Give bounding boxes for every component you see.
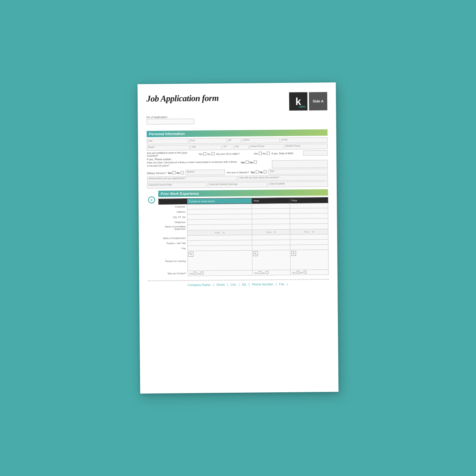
position-field[interactable]: What position are you applying for? (147, 176, 237, 182)
state-field[interactable]: ST (223, 144, 234, 150)
home-phone-field[interactable]: Home Phone (249, 144, 284, 150)
supervisor-current[interactable] (187, 224, 252, 230)
age-question-label: Are you 18 or older? (216, 152, 252, 155)
pay-prior1[interactable] (252, 245, 290, 250)
reason-prior1[interactable]: ✎ (252, 250, 290, 270)
no1-label: No (207, 152, 210, 155)
no-cb-p2[interactable] (303, 271, 306, 273)
reason-current[interactable]: ✎ (188, 250, 253, 271)
supervisor-prior1[interactable] (252, 224, 290, 230)
dob-field[interactable] (303, 150, 328, 156)
war-field[interactable]: War (268, 169, 328, 175)
supervisor-prior2[interactable] (290, 224, 328, 230)
position-prior1[interactable] (252, 240, 290, 245)
explain-label (272, 164, 274, 167)
form-title: Job Application form (146, 93, 219, 104)
city-st-zip-prior2[interactable] (290, 213, 328, 219)
yes-cb-c1[interactable] (194, 272, 196, 274)
no3-checkbox[interactable] (254, 161, 257, 164)
app-number-field[interactable]: No of Application (146, 115, 194, 126)
pay-prior2[interactable] (290, 245, 328, 250)
city-st-zip-prior1[interactable] (252, 213, 290, 219)
position-label: What position are you applying for? (148, 176, 237, 180)
last-name-field[interactable]: Last (147, 138, 188, 144)
yes3-label: Yes (241, 161, 245, 163)
edit-icon-prior1[interactable]: ✎ (253, 251, 258, 256)
ssn-field[interactable]: SSN# (242, 138, 280, 144)
felony-explain-field[interactable] (272, 160, 328, 168)
state-label: ST (223, 145, 233, 148)
logo-sidea: Side A (309, 92, 327, 110)
to-label-c: To (222, 231, 225, 234)
employer-prior2[interactable] (290, 203, 328, 209)
yes-cb-p1[interactable] (258, 271, 261, 274)
no5-checkbox[interactable] (263, 170, 267, 173)
mobile-phone-field[interactable]: Mobile Phone (285, 144, 328, 150)
personal-information-section: Personal Information Last First MI SSN# … (147, 129, 328, 188)
reason-row: Reason for Leaving ✎ ✎ ✎ (159, 250, 328, 271)
form-footer: Company Name | Street | City | Zip | Pho… (148, 282, 329, 287)
military-yesno: Yes No (167, 171, 184, 174)
work-entitled-row: Are you entitled to work in the (your Co… (147, 150, 328, 157)
hourly-rate-field[interactable]: Expected Hourly Rate (147, 182, 207, 188)
no-cb-p1[interactable] (265, 271, 268, 274)
dates-prior1[interactable] (252, 234, 290, 240)
position-row: What position are you applying for? How … (147, 175, 328, 182)
footer-phone: Phone Number (252, 282, 273, 286)
felony-yesno: Yes No (241, 160, 270, 164)
yes-cb-p2[interactable] (296, 271, 299, 274)
footer-city: City (230, 283, 236, 286)
address-prior1[interactable] (252, 208, 290, 214)
no1-checkbox[interactable] (211, 152, 215, 155)
employer-label: Employer (159, 204, 187, 210)
telephone-prior2[interactable] (290, 219, 328, 224)
dates-prior2[interactable] (290, 234, 328, 240)
reason-prior2[interactable]: ✎ (290, 250, 328, 270)
telephone-prior1[interactable] (252, 219, 290, 224)
branch-field[interactable]: Branch (185, 169, 225, 175)
contact-current[interactable]: Yes No (188, 270, 252, 276)
yes5-checkbox[interactable] (255, 171, 259, 174)
hourly-rate-label: Expected Hourly Rate (148, 183, 207, 186)
first-name-field[interactable]: First (189, 138, 226, 144)
email-field[interactable]: email (280, 137, 328, 143)
work-icon-area: + (147, 191, 157, 276)
zip-label: Zip (234, 145, 248, 148)
contact-prior1[interactable]: Yes No (252, 270, 290, 275)
zip-field[interactable]: Zip (234, 144, 248, 150)
how-hear-field[interactable]: How did you hear about this position? (238, 175, 328, 181)
position-prior2[interactable] (290, 240, 328, 245)
city-label: City (191, 145, 221, 148)
name-row: Last First MI SSN# email (147, 137, 328, 144)
city-field[interactable]: City (190, 144, 222, 150)
date-available-field[interactable]: Date Available (268, 181, 328, 187)
current-col-header: Current or most recent (187, 198, 252, 204)
yes1-checkbox[interactable] (203, 152, 206, 155)
employer-prior1[interactable] (252, 203, 290, 209)
position-title-label: Position / Job Title (159, 241, 188, 246)
felony-label: Have you been Convicted of a felony or b… (147, 161, 239, 168)
street-field[interactable]: Street (147, 145, 190, 151)
no2-checkbox[interactable] (267, 152, 270, 155)
contact-prior2[interactable]: Yes No (290, 270, 328, 275)
war-label: War (269, 169, 327, 173)
mi-field[interactable]: MI (228, 138, 242, 144)
no4-checkbox[interactable] (180, 171, 184, 174)
add-icon[interactable]: + (148, 196, 155, 203)
dates-from-prior1: From To (252, 229, 290, 235)
footer-fax: Fax (279, 282, 284, 286)
edit-icon-current[interactable]: ✎ (188, 252, 193, 257)
yes3-checkbox[interactable] (246, 161, 249, 164)
edit-icon-prior2[interactable]: ✎ (291, 251, 296, 256)
yes4-checkbox[interactable] (173, 171, 176, 174)
prior1-col-header: Prior (252, 198, 290, 203)
no-cb-c1[interactable] (201, 272, 203, 274)
yes2-checkbox[interactable] (259, 152, 262, 155)
app-number-input[interactable] (146, 119, 194, 125)
mobile-phone-label: Mobile Phone (285, 144, 327, 148)
personal-info-header: Personal Information (147, 129, 328, 137)
yes2-label: Yes (253, 152, 258, 155)
weekly-earnings-field[interactable]: Expected Weekly Earnings (207, 182, 267, 188)
address-prior2[interactable] (290, 208, 328, 214)
last-label: Last (147, 139, 188, 142)
